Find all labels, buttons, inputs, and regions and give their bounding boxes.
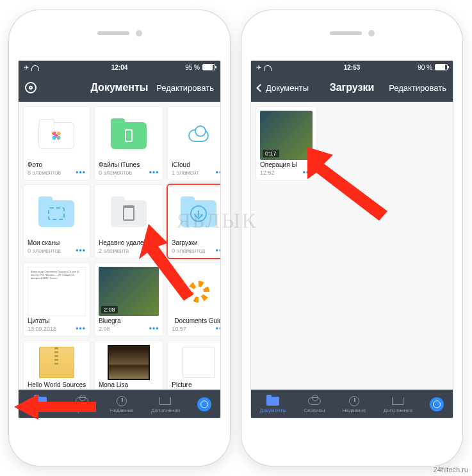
battery-icon <box>202 64 215 70</box>
more-icon[interactable]: ••• <box>216 248 220 253</box>
text-thumb: Александр Сергеевич Пушкин (26 мая [6 ию… <box>28 267 86 316</box>
nav-bar: Документы Загрузки Редактировать <box>251 74 453 102</box>
tile-label: Цитаты <box>28 317 86 324</box>
zip-icon <box>39 347 74 379</box>
watermark: ЯБЛЫК <box>176 209 257 233</box>
tab-addons[interactable]: Дополнения <box>151 395 180 413</box>
clock-icon <box>117 396 127 406</box>
tile-label: Documents Guide <box>172 317 220 324</box>
more-icon[interactable]: ••• <box>76 248 86 253</box>
status-time: 12:04 <box>19 64 220 71</box>
tile-label: Недавно удаленные <box>99 239 159 246</box>
more-icon[interactable]: ••• <box>216 326 220 331</box>
tile-photos[interactable]: Фото 8 элементов••• <box>24 107 90 180</box>
tab-documents[interactable]: Документы <box>260 395 286 413</box>
photos-folder-icon <box>38 122 74 149</box>
tile-label: Операция Ы <box>260 161 313 168</box>
page-icon <box>183 347 215 379</box>
tile-label: Hello World Sources <box>28 381 86 388</box>
more-icon[interactable]: ••• <box>149 248 159 253</box>
tile-scans[interactable]: Мои сканы 0 элементов••• <box>24 185 90 258</box>
tile-label: Фото <box>28 161 86 168</box>
more-icon[interactable]: ••• <box>76 170 86 175</box>
edit-button[interactable]: Редактировать <box>156 83 214 93</box>
tab-services[interactable]: Сервисы <box>71 395 92 413</box>
folder-icon <box>34 397 47 406</box>
cloud-icon <box>188 129 209 142</box>
back-button[interactable]: Документы <box>257 83 309 93</box>
tab-bar: Документы Сервисы Недавние Дополнения <box>251 390 453 418</box>
settings-button[interactable] <box>25 82 37 93</box>
cloud-icon <box>76 397 88 405</box>
more-icon[interactable]: ••• <box>149 170 159 175</box>
tile-label: Bluegra <box>99 317 159 324</box>
status-bar: ✈ 12:04 95 % <box>19 61 220 74</box>
tile-picture[interactable]: Picture <box>168 341 220 390</box>
cart-icon <box>392 397 403 405</box>
tile-label: Picture <box>172 381 220 388</box>
clock-icon <box>349 396 359 406</box>
compass-icon <box>197 397 211 411</box>
compass-icon <box>430 397 444 411</box>
status-bar: ✈ 12:53 90 % <box>251 61 453 74</box>
phone-frame-right: ✈ 12:53 90 % Документы Загрузки Редактир… <box>241 10 462 466</box>
nav-bar: Документы Редактировать <box>19 74 220 102</box>
tab-services[interactable]: Сервисы <box>304 395 325 413</box>
screen-right: ✈ 12:53 90 % Документы Загрузки Редактир… <box>250 60 453 418</box>
tile-label: Мои сканы <box>28 239 86 246</box>
tile-label: Файлы iTunes <box>99 161 159 168</box>
chevron-left-icon <box>256 84 264 92</box>
more-icon[interactable]: ••• <box>303 170 313 175</box>
itunes-folder-icon <box>111 122 147 149</box>
tab-addons[interactable]: Дополнения <box>384 395 412 413</box>
tile-icloud[interactable]: iCloud 1 элемент••• <box>168 107 220 180</box>
tile-mona[interactable]: Mona Lisa <box>95 341 163 390</box>
credit-text: 24hitech.ru <box>434 466 468 473</box>
tab-recent[interactable]: Недавние <box>343 395 366 413</box>
cart-icon <box>159 397 171 405</box>
lifebuoy-icon <box>188 281 209 303</box>
tile-trash[interactable]: Недавно удаленные 2 элемента••• <box>95 185 163 258</box>
image-thumb <box>108 345 150 380</box>
gear-icon <box>25 82 37 93</box>
tab-documents[interactable]: Документы <box>28 395 54 413</box>
phone-frame-left: ✈ 12:04 95 % Документы Редактировать Фот… <box>9 10 230 466</box>
tile-video[interactable]: 2:08 Bluegra 2:08••• <box>95 263 163 336</box>
tile-label: Mona Lisa <box>99 381 159 388</box>
tile-video-right[interactable]: 0:17 Операция Ы 12:52••• <box>256 107 316 180</box>
more-icon[interactable]: ••• <box>149 326 159 331</box>
screen-left: ✈ 12:04 95 % Документы Редактировать Фот… <box>18 60 221 418</box>
video-thumb: 0:17 <box>260 111 313 160</box>
video-thumb: 2:08 <box>99 267 159 316</box>
trash-folder-icon <box>111 200 147 227</box>
tile-zip[interactable]: Hello World Sources <box>24 341 90 390</box>
cloud-icon <box>308 397 321 405</box>
more-icon[interactable]: ••• <box>76 326 86 331</box>
more-icon[interactable]: ••• <box>216 170 220 175</box>
status-time: 12:53 <box>251 64 453 71</box>
tab-recent[interactable]: Недавние <box>110 395 134 413</box>
folder-icon <box>266 397 279 406</box>
edit-button[interactable]: Редактировать <box>389 83 446 93</box>
tile-itunes[interactable]: Файлы iTunes 0 элементов••• <box>95 107 163 180</box>
tile-docs-guide[interactable]: Documents Guide 10:57••• <box>168 263 220 336</box>
tab-browser[interactable] <box>430 399 444 411</box>
tab-bar: Документы Сервисы Недавние Дополнения <box>19 390 220 418</box>
tile-quotes[interactable]: Александр Сергеевич Пушкин (26 мая [6 ию… <box>24 263 90 336</box>
tab-browser[interactable] <box>197 399 211 411</box>
scans-folder-icon <box>38 200 74 227</box>
battery-icon <box>435 64 448 70</box>
tile-label: iCloud <box>172 161 220 168</box>
tile-label: Загрузки <box>172 239 220 246</box>
